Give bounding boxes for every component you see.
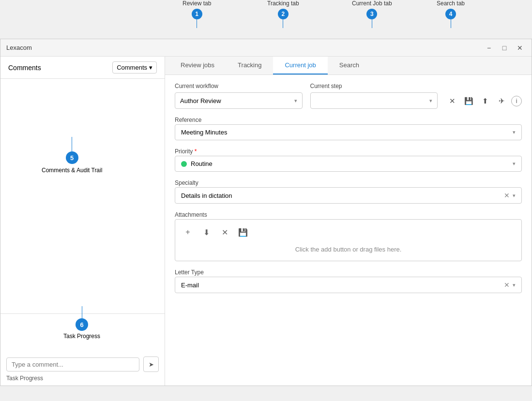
send-comment-button[interactable]: ➤ xyxy=(143,356,159,372)
save-icon-button[interactable]: 💾 xyxy=(462,94,475,108)
letter-type-chevron-icon: ▾ xyxy=(513,282,516,288)
annotation-2-badge: 2 xyxy=(278,9,289,19)
close-button[interactable]: ✕ xyxy=(514,42,526,54)
attachments-box: + ⬇ ✕ 💾 Click the add button or drag fil… xyxy=(175,219,522,261)
reference-section: Reference Meeting Minutes ▾ xyxy=(175,117,522,140)
tab-tracking[interactable]: Tracking xyxy=(226,57,273,74)
save-attachment-button[interactable]: 💾 xyxy=(236,225,250,239)
reference-chevron-icon: ▾ xyxy=(513,129,516,135)
annotation-3-label: Current Job tab xyxy=(352,0,392,7)
comments-dropdown-chevron: ▾ xyxy=(149,64,152,71)
main-content: Comments Comments ▾ 5 Comments & Audit T… xyxy=(0,57,532,386)
download-attachment-button[interactable]: ⬇ xyxy=(199,225,213,239)
workflow-value: Author Review xyxy=(180,97,221,104)
attachments-section: Attachments + ⬇ ✕ 💾 Click the add button… xyxy=(175,211,522,261)
workflow-col: Current workflow Author Review ▾ xyxy=(175,83,303,109)
reference-label: Reference xyxy=(175,117,522,123)
comment-input[interactable] xyxy=(6,357,139,371)
letter-type-label: Letter Type xyxy=(175,269,522,276)
toolbar-icons: ✕ 💾 ⬆ ✈ i xyxy=(445,94,522,109)
specialty-controls: ✕ ▾ xyxy=(504,192,516,199)
step-chevron-icon: ▾ xyxy=(429,98,432,104)
attachments-label: Attachments xyxy=(175,211,522,218)
tab-search[interactable]: Search xyxy=(328,57,371,74)
task-progress-label: Task Progress xyxy=(6,375,159,382)
annotations-bar: Review tab 1 Tracking tab 2 Current Job … xyxy=(0,0,532,39)
info-icon-button[interactable]: i xyxy=(511,96,522,106)
step-select[interactable]: ▾ xyxy=(310,92,438,109)
annotation-6-callout: 6 Task Progress xyxy=(63,306,100,340)
comment-input-row: ➤ xyxy=(6,356,159,372)
maximize-button[interactable]: □ xyxy=(499,42,510,54)
priority-section: Priority * Routine ▾ xyxy=(175,148,522,172)
letter-type-value: E-mail xyxy=(181,282,199,289)
specialty-clear-icon[interactable]: ✕ xyxy=(504,192,510,199)
cancel-icon-button[interactable]: ✕ xyxy=(445,94,459,108)
annotation-3: Current Job tab 3 xyxy=(352,0,392,28)
reference-value: Meeting Minutes xyxy=(181,129,227,136)
annotation-6-badge: 6 xyxy=(76,318,88,331)
letter-type-select[interactable]: E-mail ✕ ▾ xyxy=(175,277,522,293)
annotation-5-badge: 5 xyxy=(66,151,78,164)
left-panel-bottom: 6 Task Progress ➤ Task Progress xyxy=(0,313,165,386)
annotation-4: Search tab 4 xyxy=(437,0,465,28)
annotation-2-label: Tracking tab xyxy=(267,0,299,7)
left-panel-content: 5 Comments & Audit Trail xyxy=(0,79,165,313)
annotation-3-badge: 3 xyxy=(366,9,377,19)
annotation-1: Review tab 1 xyxy=(182,0,211,28)
upload-icon-button[interactable]: ⬆ xyxy=(478,94,492,108)
annotation-5-label: Comments & Audit Trail xyxy=(42,167,102,174)
priority-inner: Routine xyxy=(181,160,213,167)
send-icon-button[interactable]: ✈ xyxy=(495,94,508,108)
minimize-button[interactable]: − xyxy=(483,42,495,54)
title-bar: Lexacom − □ ✕ xyxy=(0,39,532,57)
tab-review-jobs[interactable]: Review jobs xyxy=(169,57,226,74)
annotation-5-callout: 5 Comments & Audit Trail xyxy=(42,137,102,174)
workflow-step-row: Current workflow Author Review ▾ Current… xyxy=(175,83,522,109)
panel-body: Current workflow Author Review ▾ Current… xyxy=(165,75,532,386)
annotation-1-label: Review tab xyxy=(182,0,211,7)
comments-dropdown[interactable]: Comments ▾ xyxy=(112,61,157,74)
left-panel-header: Comments Comments ▾ xyxy=(0,57,165,79)
reference-dropdown[interactable]: Meeting Minutes ▾ xyxy=(175,124,522,140)
comments-title: Comments xyxy=(8,64,41,72)
annotation-1-badge: 1 xyxy=(192,9,202,19)
specialty-value: Details in dictation xyxy=(181,192,232,199)
priority-select[interactable]: Routine ▾ xyxy=(175,156,522,172)
annotation-6-label: Task Progress xyxy=(63,333,100,340)
window-title: Lexacom xyxy=(6,44,32,51)
tab-current-job[interactable]: Current job xyxy=(273,57,327,74)
priority-required-star: * xyxy=(195,148,197,155)
workflow-select[interactable]: Author Review ▾ xyxy=(175,92,303,109)
comments-dropdown-label: Comments xyxy=(117,64,147,71)
specialty-select[interactable]: Details in dictation ✕ ▾ xyxy=(175,187,522,204)
left-panel: Comments Comments ▾ 5 Comments & Audit T… xyxy=(0,57,165,386)
annotation-2: Tracking tab 2 xyxy=(267,0,299,28)
tab-bar: Review jobs Tracking Current job Search xyxy=(165,57,532,75)
specialty-section: Specialty Details in dictation ✕ ▾ xyxy=(175,179,522,204)
annotation-4-badge: 4 xyxy=(445,9,456,19)
priority-value: Routine xyxy=(191,160,213,167)
attachments-toolbar: + ⬇ ✕ 💾 xyxy=(181,225,516,239)
letter-type-section: Letter Type E-mail ✕ ▾ xyxy=(175,269,522,293)
add-attachment-button[interactable]: + xyxy=(181,225,195,239)
priority-label: Priority * xyxy=(175,148,522,155)
attachments-drop-text: Click the add button or drag files here. xyxy=(181,244,516,255)
workflow-label: Current workflow xyxy=(175,83,303,89)
remove-attachment-button[interactable]: ✕ xyxy=(218,225,231,239)
right-panel: Review jobs Tracking Current job Search … xyxy=(165,57,532,386)
specialty-label: Specialty xyxy=(175,179,522,186)
step-label: Current step xyxy=(310,83,438,89)
main-window: Lexacom − □ ✕ Comments Comments ▾ xyxy=(0,39,532,386)
letter-type-clear-icon[interactable]: ✕ xyxy=(504,281,510,289)
workflow-chevron-icon: ▾ xyxy=(294,98,297,104)
letter-type-controls: ✕ ▾ xyxy=(504,281,516,289)
priority-dot-icon xyxy=(181,161,187,167)
priority-chevron-icon: ▾ xyxy=(513,161,516,167)
title-bar-controls: − □ ✕ xyxy=(483,42,526,54)
step-col: Current step ▾ xyxy=(310,83,438,109)
specialty-chevron-icon: ▾ xyxy=(513,193,516,199)
annotation-4-label: Search tab xyxy=(437,0,465,7)
